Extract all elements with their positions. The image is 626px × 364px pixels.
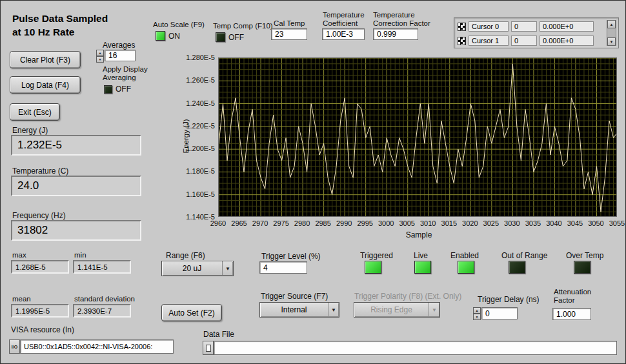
log-data-button[interactable]: Log Data (F4)	[10, 76, 81, 94]
waveform-graph	[218, 57, 617, 217]
data-file-input[interactable]	[214, 341, 617, 355]
visa-resource-label: VISA resource (In)	[11, 325, 74, 334]
over-temp-label: Over Temp	[566, 251, 603, 260]
live-label: Live	[414, 251, 428, 260]
temp-coefficient-label-line1: Temperature	[323, 11, 365, 19]
auto-set-button[interactable]: Auto Set (F2)	[161, 304, 222, 321]
temp-correction-input[interactable]	[373, 28, 418, 40]
trigger-delay-input[interactable]	[481, 307, 518, 319]
chevron-down-icon[interactable]: ▼	[222, 261, 233, 276]
auto-scale-label: Auto Scale (F9)	[153, 21, 205, 28]
temp-coefficient-input[interactable]	[322, 28, 365, 40]
trigger-delay-stepper[interactable]: ▲ ▼	[473, 307, 481, 319]
scroll-down-icon[interactable]: ▼	[607, 37, 616, 46]
range-label: Range (F6)	[166, 251, 205, 260]
y-tick-label: 1.180E-5	[171, 167, 215, 175]
trigger-source-dropdown[interactable]: Internal ▼	[259, 302, 339, 318]
cursor-y-value: 0.000E+0	[540, 35, 594, 46]
x-tick-label: 3050	[584, 219, 607, 227]
y-tick-label: 1.160E-5	[171, 190, 215, 198]
averages-label: Averages	[103, 41, 135, 50]
trigger-polarity-value: Rising Edge	[354, 303, 429, 317]
clear-plot-button[interactable]: Clear Plot (F3)	[10, 51, 81, 68]
cursor-row-1[interactable]: Cursor 1 0 0.000E+0	[458, 35, 603, 46]
temp-correction-label-line1: Temperature	[373, 11, 415, 19]
averages-stepper[interactable]: ▲ ▼	[96, 50, 104, 61]
frequency-display: 31802	[11, 220, 141, 241]
attenuation-input[interactable]	[552, 308, 591, 320]
trigger-source-label: Trigger Source (F7)	[261, 292, 328, 301]
cursor-x-value: 0	[511, 35, 537, 46]
x-tick-label: 3025	[480, 219, 503, 227]
x-tick-label: 3040	[542, 219, 565, 227]
x-tick-label: 3015	[438, 219, 461, 227]
apply-averaging-label-line2: Averaging	[103, 74, 136, 81]
x-tick-label: 3010	[416, 219, 439, 227]
averages-input[interactable]	[105, 50, 136, 61]
mean-label: mean	[12, 295, 31, 303]
temperature-display: 24.0	[11, 176, 141, 196]
trigger-level-input[interactable]	[259, 261, 307, 274]
x-tick-label: 2970	[248, 219, 272, 227]
y-tick-label: 1.280E-5	[171, 54, 215, 61]
chevron-down-icon: ▼	[429, 303, 439, 317]
x-tick-label: 2960	[207, 219, 230, 227]
enabled-label: Enabled	[450, 251, 479, 260]
max-display: 1.268E-5	[11, 260, 69, 274]
exit-button[interactable]: Exit (Esc)	[10, 103, 60, 121]
auto-scale-toggle[interactable]	[156, 31, 165, 41]
trigger-delay-label: Trigger Delay (ns)	[478, 295, 540, 304]
scroll-up-icon[interactable]: ▲	[607, 20, 616, 28]
cursor-legend-scrollbar[interactable]: ▲ ▼	[607, 20, 616, 46]
cursor-marker-icon	[458, 37, 466, 45]
increment-arrow-icon[interactable]: ▲	[96, 50, 104, 56]
trigger-level-label: Trigger Level (%)	[261, 252, 321, 261]
cal-temp-input[interactable]	[271, 28, 307, 40]
x-tick-label: 3045	[563, 219, 587, 227]
increment-arrow-icon[interactable]: ▲	[473, 307, 481, 314]
visa-io-icon[interactable]: I/O	[9, 339, 20, 354]
cursor-row-0[interactable]: Cursor 0 0 0.000E+0	[458, 21, 603, 32]
triggered-label: Triggered	[360, 251, 393, 260]
temp-comp-toggle[interactable]	[216, 32, 225, 42]
decrement-arrow-icon[interactable]: ▼	[96, 56, 104, 63]
energy-display: 1.232E-5	[11, 135, 141, 156]
x-tick-label: 3035	[521, 219, 545, 227]
cursor-name: Cursor 0	[469, 21, 509, 32]
x-tick-label: 2985	[312, 219, 335, 227]
x-tick-label: 3020	[458, 219, 481, 227]
file-icon[interactable]	[203, 341, 214, 355]
triggered-led	[365, 261, 381, 274]
x-tick-label: 2995	[354, 219, 377, 227]
out-of-range-label: Out of Range	[501, 251, 547, 260]
apply-averaging-toggle[interactable]	[104, 85, 112, 94]
range-value: 20 uJ	[162, 261, 222, 276]
energy-label: Energy (J)	[12, 126, 48, 135]
decrement-arrow-icon[interactable]: ▼	[473, 314, 481, 320]
cursor-name: Cursor 1	[469, 35, 509, 46]
attenuation-label-line1: Attenuation	[554, 288, 591, 296]
cal-temp-label: Cal Temp	[274, 19, 305, 27]
front-panel: Pulse Data Sampled at 10 Hz Rate Clear P…	[0, 0, 626, 364]
mean-display: 1.1995E-5	[11, 304, 69, 318]
cursor-x-value: 0	[511, 21, 537, 32]
x-tick-label: 3030	[500, 219, 523, 227]
chevron-down-icon[interactable]: ▼	[328, 303, 339, 317]
std-label: standard deviation	[74, 295, 135, 303]
apply-averaging-label-line1: Apply Display	[103, 65, 148, 73]
auto-scale-state: ON	[168, 32, 180, 41]
frequency-label: Frequency (Hz)	[12, 211, 66, 220]
range-dropdown[interactable]: 20 uJ ▼	[161, 261, 234, 276]
data-file-label: Data File	[203, 330, 234, 339]
x-tick-label: 3055	[605, 219, 626, 227]
page-title-line1: Pulse Data Sampled	[12, 12, 108, 26]
x-tick-label: 3000	[374, 219, 398, 227]
cursor-y-value: 0.000E+0	[540, 21, 594, 32]
page-title-line2: at 10 Hz Rate	[12, 26, 108, 39]
x-tick-label: 3005	[396, 219, 419, 227]
x-axis-title: Sample	[387, 230, 451, 239]
enabled-led	[458, 261, 474, 274]
visa-resource-input[interactable]	[20, 339, 174, 354]
cursor-marker-icon	[458, 23, 466, 31]
trigger-polarity-label: Trigger Polarity (F8) (Ext. Only)	[354, 292, 461, 301]
